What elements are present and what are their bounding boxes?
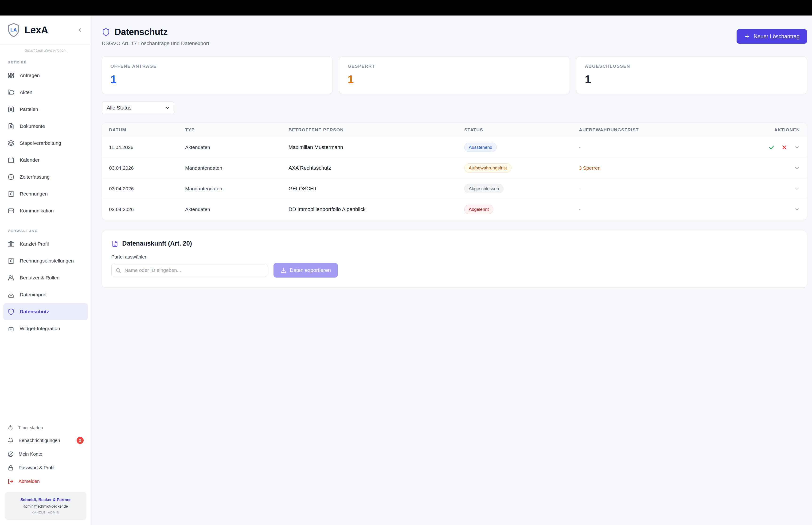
download-icon	[280, 267, 287, 273]
cell-aufbewahrungsfrist: -	[572, 207, 746, 212]
cell-aktionen	[746, 205, 807, 214]
table-body: 11.04.2026AktendatenMaximilian Musterman…	[102, 137, 807, 220]
page-title: Datenschutz	[114, 27, 168, 37]
footer-item-passwort-profil[interactable]: Passwort & Profil	[3, 461, 88, 475]
sidebar-item-kalender[interactable]: Kalender	[3, 152, 88, 168]
export-title-row: Datenauskunft (Art. 20)	[111, 240, 797, 247]
footer-item-mein-konto[interactable]: Mein Konto	[3, 447, 88, 461]
bot-icon	[7, 325, 15, 332]
chevron-down-icon	[794, 165, 800, 171]
party-select-label: Partei auswählen	[111, 254, 797, 260]
bell-icon	[7, 437, 14, 444]
chevron-left-icon	[77, 27, 83, 33]
cell-status: Ausstehend	[457, 142, 572, 152]
sidebar-nav: BETRIEBAnfragenAktenParteienDokumenteSta…	[0, 54, 91, 418]
account-role-badge: KANZLEI ADMIN	[7, 511, 83, 514]
footer-item-label: Abmelden	[18, 479, 40, 484]
x-icon	[781, 144, 787, 151]
sidebar-item-label: Benutzer & Rollen	[20, 275, 59, 281]
app-shell: LA LexA Smart Law. Zero Friction. BETRIE…	[0, 15, 812, 525]
sidebar-item-label: Kalender	[20, 157, 40, 163]
footer-item-label: Passwort & Profil	[18, 465, 54, 470]
sidebar: LA LexA Smart Law. Zero Friction. BETRIE…	[0, 15, 91, 525]
cell-typ: Mandantendaten	[178, 165, 281, 171]
stat-value: 1	[348, 73, 561, 86]
sidebar-item-anfragen[interactable]: Anfragen	[3, 67, 88, 84]
sidebar-item-rechnungseinstellungen[interactable]: Rechnungseinstellungen	[3, 252, 88, 269]
party-search-input[interactable]	[124, 267, 263, 273]
layout-grid-icon	[7, 72, 15, 79]
retention-dash: -	[579, 186, 581, 191]
sidebar-item-kanzlei-profil[interactable]: Kanzlei-Profil	[3, 236, 88, 252]
sidebar-item-zeiterfassung[interactable]: Zeiterfassung	[3, 168, 88, 185]
sidebar-logo-row: LA LexA	[0, 15, 91, 45]
stats-row: OFFENE ANTRÄGE1GESPERRT1ABGESCHLOSSEN1	[102, 56, 807, 94]
timer-start-button[interactable]: Timer starten	[3, 422, 88, 434]
sidebar-item-label: Datenimport	[20, 292, 47, 298]
column-header-aufbewahrungsfrist: AUFBEWAHRUNGSFRIST	[572, 127, 746, 133]
cell-aufbewahrungsfrist: -	[572, 186, 746, 192]
status-filter-select[interactable]: Alle Status	[102, 102, 174, 114]
stat-value: 1	[110, 73, 324, 86]
sidebar-collapse-button[interactable]	[75, 25, 85, 35]
table-row: 03.04.2026AktendatenDD Immobilienportfol…	[102, 199, 807, 220]
sidebar-item-label: Kanzlei-Profil	[20, 241, 49, 247]
lexa-shield-logo-icon: LA	[7, 23, 20, 38]
cell-datum: 03.04.2026	[102, 165, 178, 171]
cell-aufbewahrungsfrist: -	[572, 145, 746, 150]
footer-item-label: Benachrichtigungen	[18, 438, 60, 443]
sidebar-item-label: Zeiterfassung	[20, 174, 49, 180]
sidebar-footer-items: Benachrichtigungen2Mein KontoPasswort & …	[3, 434, 88, 488]
approve-request-button[interactable]	[767, 143, 776, 152]
cell-betroffene-person: AXA Rechtsschutz	[281, 165, 457, 171]
sidebar-item-akten[interactable]: Akten	[3, 84, 88, 101]
cell-status: Aufbewahrungsfrist	[457, 163, 572, 173]
sidebar-item-label: Parteien	[20, 106, 38, 112]
log-out-icon	[7, 478, 14, 484]
notification-count-badge: 2	[77, 437, 83, 444]
sidebar-item-widget-integration[interactable]: Widget-Integration	[3, 320, 88, 337]
expand-row-button[interactable]	[793, 184, 801, 193]
cell-betroffene-person: Maximilian Mustermann	[281, 144, 457, 150]
sidebar-item-parteien[interactable]: Parteien	[3, 101, 88, 118]
clock-icon	[7, 174, 15, 180]
status-badge: Aufbewahrungsfrist	[464, 163, 511, 173]
expand-row-button[interactable]	[793, 143, 801, 152]
new-deletion-request-button[interactable]: Neuer Löschantrag	[737, 29, 807, 44]
export-controls-row: Daten exportieren	[111, 263, 797, 278]
column-header-aktionen: AKTIONEN	[746, 127, 807, 133]
sidebar-item-datenschutz[interactable]: Datenschutz	[3, 303, 88, 320]
reject-request-button[interactable]	[780, 143, 788, 152]
stat-label: GESPERRT	[348, 64, 561, 69]
status-filter-value: Alle Status	[107, 105, 131, 111]
sidebar-item-datenimport[interactable]: Datenimport	[3, 286, 88, 303]
retention-locks-text: 3 Sperren	[579, 165, 600, 170]
sidebar-footer: Timer starten Benachrichtigungen2Mein Ko…	[0, 418, 91, 525]
calendar-icon	[7, 156, 15, 164]
account-card: Schmidt, Becker & Partner admin@schmidt-…	[5, 492, 87, 520]
export-data-button[interactable]: Daten exportieren	[274, 263, 338, 278]
sidebar-item-label: Datenschutz	[20, 309, 49, 314]
status-badge: Ausstehend	[464, 142, 497, 152]
chevron-down-icon	[794, 206, 800, 213]
page-header-left: Datenschutz DSGVO Art. 17 Löschanträge u…	[102, 27, 209, 46]
cell-aufbewahrungsfrist: 3 Sperren	[572, 165, 746, 171]
sidebar-item-label: Stapelverarbeitung	[20, 140, 61, 146]
user-circle-icon	[7, 451, 14, 457]
users-icon	[7, 274, 15, 281]
party-search-box	[111, 264, 267, 277]
expand-row-button[interactable]	[793, 205, 801, 214]
sidebar-item-benutzer-rollen[interactable]: Benutzer & Rollen	[3, 269, 88, 286]
footer-item-benachrichtigungen[interactable]: Benachrichtigungen2	[3, 434, 88, 447]
sidebar-item-dokumente[interactable]: Dokumente	[3, 118, 88, 135]
file-text-icon	[111, 240, 119, 247]
app-title: LexA	[25, 25, 48, 36]
cell-betroffene-person: GELÖSCHT	[281, 186, 457, 192]
sidebar-item-rechnungen[interactable]: Rechnungen	[3, 185, 88, 202]
sidebar-item-stapelverarbeitung[interactable]: Stapelverarbeitung	[3, 135, 88, 152]
expand-row-button[interactable]	[793, 164, 801, 172]
footer-item-abmelden[interactable]: Abmelden	[3, 475, 88, 488]
sidebar-item-kommunikation[interactable]: Kommunikation	[3, 202, 88, 219]
cell-typ: Mandantendaten	[178, 186, 281, 192]
table-header-row: DATUMTYPBETROFFENE PERSONSTATUSAUFBEWAHR…	[102, 123, 807, 137]
